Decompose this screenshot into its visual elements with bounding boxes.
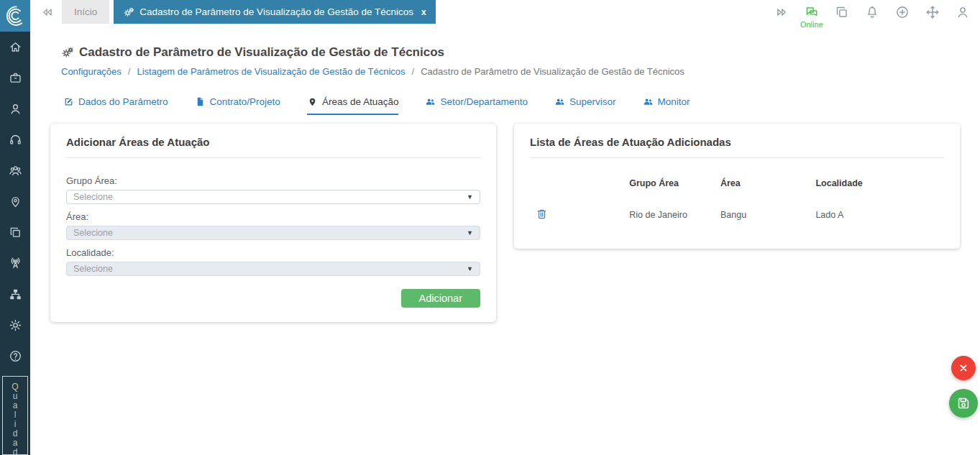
quality-vertical-tab[interactable]: Qualidad [2, 376, 28, 455]
logo-c-icon [4, 5, 26, 27]
rea-select[interactable]: Selecione▼ [66, 226, 480, 240]
move-icon [925, 5, 940, 19]
divider [530, 157, 944, 158]
add-areas-form: Grupo Área:Selecione▼Área:Selecione▼Loca… [66, 175, 480, 276]
help-icon [9, 349, 22, 363]
user-icon [9, 102, 22, 116]
users-filled-icon [643, 96, 654, 107]
grupo-rea-select[interactable]: Selecione▼ [66, 190, 480, 204]
tab-setor-departamento[interactable]: Setor/Departamento [425, 96, 528, 115]
field-localidade: Localidade:Selecione▼ [66, 247, 480, 276]
card-title: Lista de Áreas de Atuação Adicionadas [530, 136, 944, 148]
app-logo[interactable] [0, 0, 30, 32]
bell-icon [865, 5, 879, 19]
sidebar-item-briefcase[interactable] [0, 63, 30, 93]
fast-forward-icon [774, 5, 789, 19]
breadcrumb: Configurações/Listagem de Parâmetros de … [61, 66, 980, 77]
breadcrumb-separator: / [128, 66, 131, 77]
table-row: Rio de JaneiroBanguLado A [530, 200, 944, 234]
chevron-down-icon: ▼ [467, 193, 473, 201]
cancel-button[interactable] [951, 356, 976, 380]
select-value: Selecione [73, 228, 113, 238]
sidebar-item-sitemap[interactable] [0, 279, 30, 310]
tab-dados-do-par-metro[interactable]: Dados do Parâmetro [63, 96, 168, 115]
antenna-icon [9, 257, 22, 270]
cogs-icon [123, 6, 134, 18]
copy-button[interactable] [835, 5, 849, 19]
user-button[interactable] [956, 5, 970, 19]
tab-label: Monitor [658, 96, 690, 107]
sidebar-item-headset[interactable] [0, 124, 30, 155]
window-tab-label: Início [74, 6, 97, 17]
file-icon [195, 96, 206, 107]
sidebar-item-home[interactable] [0, 32, 30, 63]
field-label: Área: [66, 211, 480, 222]
window-tab-inicio[interactable]: Início [62, 0, 109, 24]
sidebar-item-map-pin[interactable] [0, 186, 30, 217]
tab--reas-de-atua-o[interactable]: Áreas de Atuação [307, 96, 399, 115]
fast-forward-button[interactable] [774, 5, 789, 19]
close-icon [957, 362, 970, 374]
tab-monitor[interactable]: Monitor [643, 96, 690, 115]
chat-button[interactable]: Online [805, 5, 819, 19]
tab-label: Áreas de Atuação [322, 96, 399, 107]
save-button[interactable] [949, 389, 978, 418]
copy-icon [9, 226, 22, 239]
online-status: Online [800, 20, 823, 29]
trash-icon[interactable] [536, 207, 548, 221]
select-value: Selecione [73, 192, 113, 202]
tab-contrato-projeto[interactable]: Contrato/Projeto [195, 96, 280, 115]
field-label: Grupo Área: [66, 175, 480, 186]
bell-button[interactable] [865, 5, 879, 19]
topbar-actions: Online [774, 0, 980, 24]
breadcrumb-item: Cadastro de Parâmetro de Visualização de… [421, 66, 684, 77]
sidebar-item-antenna[interactable] [0, 248, 30, 279]
card-title: Adicionar Áreas de Atuação [66, 136, 480, 148]
breadcrumb-item[interactable]: Listagem de Parâmetros de Visualização d… [137, 66, 405, 77]
users-icon [9, 164, 22, 178]
chat-icon [805, 5, 819, 19]
field-rea: Área:Selecione▼ [66, 211, 480, 240]
map-pin-icon [9, 195, 22, 208]
vertical-label-letter: d [13, 448, 18, 455]
cogs-icon [61, 46, 74, 59]
adicionar-button[interactable]: Adicionar [401, 289, 480, 308]
save-icon [956, 395, 971, 411]
content-tabs: Dados do ParâmetroContrato/ProjetoÁreas … [63, 96, 980, 115]
areas-table: Grupo ÁreaÁreaLocalidade Rio de JaneiroB… [530, 178, 944, 234]
tab-label: Supervisor [569, 96, 616, 107]
field-label: Localidade: [66, 247, 480, 258]
sidebar-item-help[interactable] [0, 341, 30, 372]
column-header: Área [720, 178, 815, 200]
table-cell: Rio de Janeiro [629, 200, 720, 234]
sidebar-item-gear[interactable] [0, 310, 30, 341]
sidebar-items [0, 32, 30, 372]
sidebar-item-copy[interactable] [0, 217, 30, 248]
column-header: Localidade [815, 178, 944, 200]
sidebar-item-user[interactable] [0, 93, 30, 124]
tab-supervisor[interactable]: Supervisor [554, 96, 616, 115]
gear-icon [9, 318, 22, 332]
select-value: Selecione [73, 264, 113, 274]
close-tab-icon[interactable]: x [421, 7, 426, 17]
plus-circle-button[interactable] [895, 5, 910, 19]
sidebar: Qualidad [0, 32, 30, 455]
edit-square-icon [63, 96, 74, 107]
cards-row: Adicionar Áreas de Atuação Grupo Área:Se… [50, 124, 980, 322]
localidade-select[interactable]: Selecione▼ [66, 262, 480, 276]
divider [66, 157, 480, 158]
users-filled-icon [554, 96, 565, 107]
add-areas-card: Adicionar Áreas de Atuação Grupo Área:Se… [50, 124, 496, 322]
copy-icon [835, 5, 849, 19]
chevrons-left-icon[interactable] [40, 5, 55, 19]
column-header: Grupo Área [629, 178, 720, 200]
headset-icon [9, 133, 22, 147]
sidebar-item-users[interactable] [0, 155, 30, 186]
breadcrumb-item[interactable]: Configurações [61, 66, 122, 77]
tab-label: Setor/Departamento [440, 96, 528, 107]
window-tab-cadastro[interactable]: Cadastro de Parâmetro de Visualização de… [114, 0, 435, 24]
field-grupo-rea: Grupo Área:Selecione▼ [66, 175, 480, 204]
chevron-down-icon: ▼ [467, 265, 473, 272]
plus-circle-icon [895, 5, 910, 19]
move-button[interactable] [925, 5, 940, 19]
